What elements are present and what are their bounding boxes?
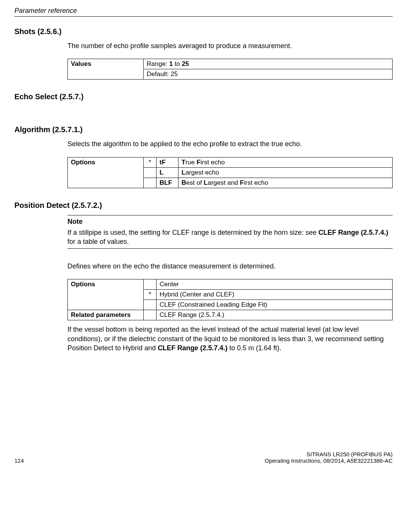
algo-row1-desc: Largest echo <box>178 167 393 178</box>
shots-values-label: Values <box>68 59 144 80</box>
related-params-label: Related parameters <box>68 310 144 320</box>
algo-r0-b2: F <box>197 159 200 166</box>
related-value: CLEF Range (2.5.7.4.) <box>157 310 393 320</box>
algorithm-table: Options * tF True First echo L Largest e… <box>67 157 393 188</box>
pos-row0-star <box>144 279 157 290</box>
algo-r0-t1: rue <box>185 159 196 166</box>
note-rule-bottom <box>67 248 393 249</box>
algo-r2-t3: irst echo <box>244 179 268 186</box>
heading-algorithm: Algorithm (2.5.7.1.) <box>14 125 393 134</box>
note-body: If a stillpipe is used, the setting for … <box>67 228 393 246</box>
heading-position-detect: Position Detect (2.5.7.2.) <box>14 201 393 210</box>
algo-r2-t2: argest and <box>208 179 240 186</box>
shots-table: Values Range: 1 to 25 Default: 25 <box>67 59 393 80</box>
shots-range-prefix: Range: <box>147 60 169 67</box>
related-star <box>144 310 157 320</box>
algo-row0-desc: True First echo <box>178 157 393 167</box>
pos-row2-text: CLEF (Constrained Leading Edge Fit) <box>157 300 393 310</box>
shots-default: Default: 25 <box>144 69 393 80</box>
pos-row2-star <box>144 300 157 310</box>
algo-r2-b1: B <box>182 179 186 186</box>
algo-r2-b3: F <box>240 179 244 186</box>
position-desc: Defines where on the echo the distance m… <box>67 262 393 271</box>
header-rule <box>14 16 393 17</box>
algo-row1-star <box>144 167 157 178</box>
algo-r1-t1: argest echo <box>185 169 219 176</box>
algorithm-desc: Selects the algorithm to be applied to t… <box>67 139 393 148</box>
algo-row1-code: L <box>157 167 178 178</box>
pos-after-bold: CLEF Range (2.5.7.4.) <box>158 344 227 352</box>
heading-echo-select: Echo Select (2.5.7.) <box>14 92 393 101</box>
algo-row2-star <box>144 178 157 188</box>
running-header: Parameter reference <box>14 7 393 15</box>
shots-desc: The number of echo profile samples avera… <box>67 41 393 50</box>
algo-row2-code: BLF <box>157 178 178 188</box>
algorithm-options-label: Options <box>68 157 144 188</box>
algo-r2-t1: est of <box>186 179 204 186</box>
footer-product: SITRANS LR250 (PROFIBUS PA) <box>307 451 393 457</box>
footer-page-number: 124 <box>14 457 24 464</box>
note-rule-top <box>67 215 393 215</box>
algo-r0-b1: T <box>182 159 185 166</box>
heading-shots: Shots (2.5.6.) <box>14 27 393 36</box>
algo-row2-desc: Best of Largest and First echo <box>178 178 393 188</box>
position-table: Options Center * Hybrid (Center and CLEF… <box>67 279 393 320</box>
algo-r2-b2: L <box>204 179 208 186</box>
algo-r1-b1: L <box>182 169 185 176</box>
pos-row0-text: Center <box>157 279 393 290</box>
note-post: for a table of values. <box>67 238 129 245</box>
pos-row1-star: * <box>144 290 157 300</box>
pos-row1-text: Hybrid (Center and CLEF) <box>157 290 393 300</box>
position-options-label: Options <box>68 279 144 310</box>
note-bold: CLEF Range (2.5.7.4.) <box>318 229 388 236</box>
shots-range: Range: 1 to 25 <box>144 59 393 69</box>
algo-row0-star: * <box>144 157 157 167</box>
algo-r0-t2: irst echo <box>200 159 225 166</box>
note-heading: Note <box>67 218 393 226</box>
shots-range-between: to <box>173 60 182 67</box>
position-after-text: If the vessel bottom is being reported a… <box>67 325 393 353</box>
algo-row0-code: tF <box>157 157 178 167</box>
shots-range-max: 25 <box>182 60 189 67</box>
footer-doc-info: Operating Instructions, 08/2014, A5E3222… <box>265 457 393 464</box>
shots-range-min: 1 <box>169 60 173 67</box>
note-pre: If a stillpipe is used, the setting for … <box>67 229 318 236</box>
pos-after-post: to 0.5 m (1.64 ft). <box>227 344 281 352</box>
